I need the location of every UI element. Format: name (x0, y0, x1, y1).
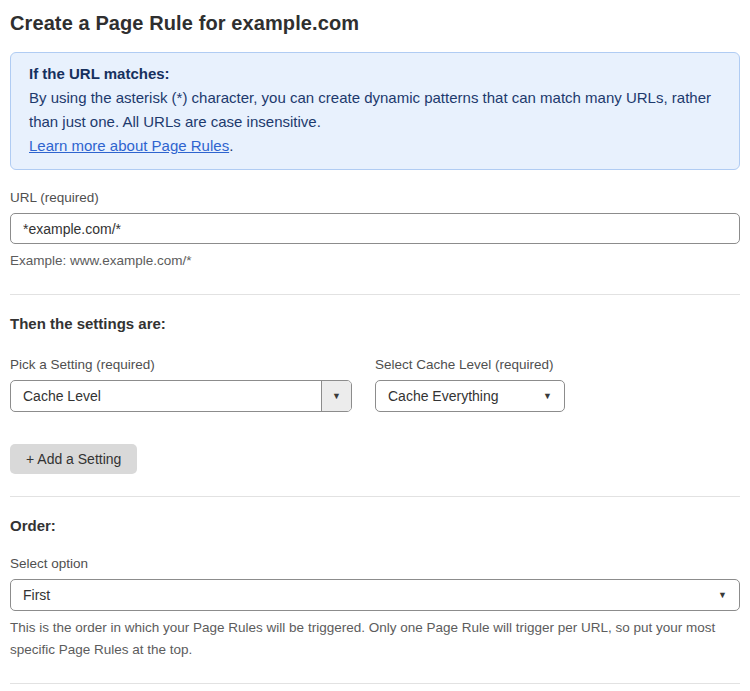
pick-setting-label: Pick a Setting (required) (10, 357, 352, 372)
order-helper-text: This is the order in which your Page Rul… (10, 617, 740, 661)
url-match-info-box: If the URL matches: By using the asteris… (10, 52, 740, 170)
info-box-body: By using the asterisk (*) character, you… (29, 86, 721, 134)
chevron-down-icon: ▼ (718, 591, 727, 600)
learn-more-link[interactable]: Learn more about Page Rules (29, 137, 229, 154)
order-heading: Order: (10, 517, 740, 534)
order-select[interactable]: First ▼ (10, 579, 740, 611)
url-input[interactable] (10, 213, 740, 244)
pick-setting-column: Pick a Setting (required) Cache Level ▼ (10, 357, 352, 412)
divider-after-url (10, 294, 740, 295)
url-example-helper: Example: www.example.com/* (10, 250, 740, 272)
order-select-value: First (23, 587, 50, 603)
settings-row: Pick a Setting (required) Cache Level ▼ … (10, 357, 740, 412)
info-box-heading: If the URL matches: (29, 62, 721, 86)
cache-level-value: Cache Everything (376, 388, 543, 404)
divider-after-settings (10, 496, 740, 497)
cache-level-dropdown[interactable]: Cache Everything ▼ (375, 380, 565, 412)
settings-heading: Then the settings are: (10, 315, 740, 332)
pick-setting-value: Cache Level (11, 388, 321, 404)
chevron-down-icon: ▼ (543, 392, 552, 401)
info-box-link-line: Learn more about Page Rules. (29, 134, 721, 158)
link-period: . (229, 137, 233, 154)
pick-setting-dropdown[interactable]: Cache Level ▼ (10, 380, 352, 412)
add-setting-button[interactable]: + Add a Setting (10, 444, 137, 474)
cache-level-arrow: ▼ (543, 392, 564, 401)
page-title: Create a Page Rule for example.com (10, 12, 740, 35)
url-field-label: URL (required) (10, 190, 740, 205)
chevron-down-icon: ▼ (332, 392, 341, 401)
pick-setting-arrow-section[interactable]: ▼ (321, 381, 351, 411)
order-select-label: Select option (10, 556, 740, 571)
divider-before-actions (10, 683, 740, 684)
cache-level-column: Select Cache Level (required) Cache Ever… (375, 357, 565, 412)
cache-level-label: Select Cache Level (required) (375, 357, 565, 372)
